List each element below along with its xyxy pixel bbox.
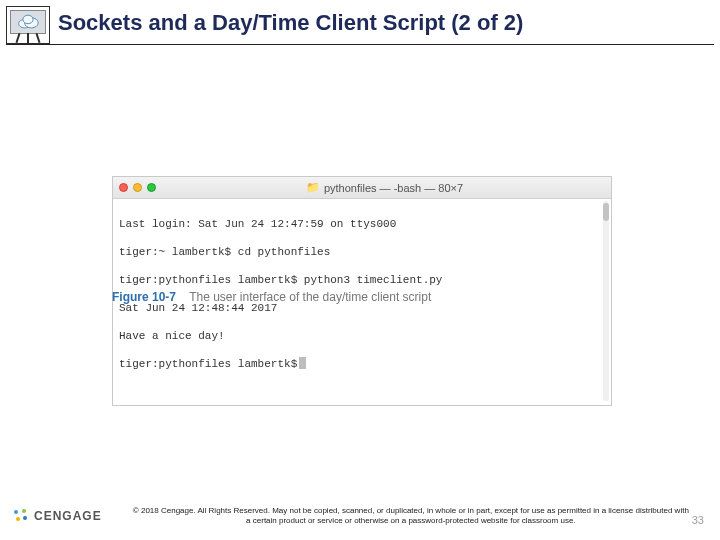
close-icon[interactable]	[119, 183, 128, 192]
scrollbar[interactable]	[603, 201, 609, 401]
zoom-icon[interactable]	[147, 183, 156, 192]
svg-point-4	[22, 509, 26, 513]
terminal-line: tiger:~ lambertk$ cd pythonfiles	[119, 245, 605, 259]
folder-icon: 📁	[306, 181, 320, 194]
figure-label: Figure 10-7	[112, 290, 176, 304]
brand-text: CENGAGE	[34, 509, 102, 523]
svg-point-2	[23, 15, 33, 24]
window-controls	[119, 183, 156, 192]
svg-point-5	[16, 517, 20, 521]
terminal-line: Last login: Sat Jun 24 12:47:59 on ttys0…	[119, 217, 605, 231]
page-number: 33	[692, 514, 704, 526]
terminal-line: tiger:pythonfiles lambertk$ python3 time…	[119, 273, 605, 287]
terminal-line: tiger:pythonfiles lambertk$	[119, 357, 605, 371]
figure-text: The user interface of the day/time clien…	[189, 290, 431, 304]
terminal-titlebar: 📁 pythonfiles — -bash — 80×7	[113, 177, 611, 199]
slide-title: Sockets and a Day/Time Client Script (2 …	[58, 10, 708, 36]
figure-caption: Figure 10-7 The user interface of the da…	[112, 290, 431, 304]
cengage-mark-icon	[12, 507, 30, 525]
cursor-icon	[299, 357, 306, 369]
svg-point-6	[23, 516, 27, 520]
footer: CENGAGE © 2018 Cengage. All Rights Reser…	[0, 506, 720, 526]
minimize-icon[interactable]	[133, 183, 142, 192]
copyright-text: © 2018 Cengage. All Rights Reserved. May…	[102, 506, 720, 526]
svg-point-3	[14, 510, 18, 514]
brand: CENGAGE	[12, 507, 102, 525]
terminal-title-text: pythonfiles — -bash — 80×7	[324, 182, 463, 194]
cloud-easel-icon	[6, 6, 50, 44]
title-divider	[6, 44, 714, 45]
terminal-line: Have a nice day!	[119, 329, 605, 343]
